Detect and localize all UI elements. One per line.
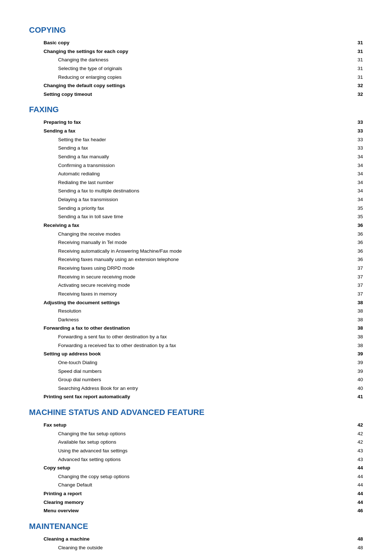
toc-entry: Available fax setup options42 — [29, 438, 363, 447]
toc-dots — [138, 390, 353, 390]
toc-page: 34 — [353, 187, 363, 195]
toc-page: 44 — [353, 464, 363, 472]
toc-page: 42 — [353, 429, 363, 438]
toc-dots — [176, 347, 353, 347]
toc-dots — [127, 244, 353, 244]
toc-dots — [101, 355, 353, 355]
toc-entry: Searching Address Book for an entry40 — [29, 384, 363, 393]
toc-dots — [103, 549, 353, 549]
toc-entry: Receiving faxes in memory37 — [29, 290, 363, 298]
toc-label: Menu overview — [29, 506, 79, 515]
toc-entry: Sending a priority fax35 — [29, 204, 363, 213]
toc-dots — [101, 381, 353, 381]
toc-entry: Clearing memory44 — [29, 498, 363, 507]
toc-page: 31 — [353, 64, 363, 73]
toc-page: 33 — [353, 135, 363, 144]
toc-entry: One-touch Dialing39 — [29, 358, 363, 367]
toc-page: 36 — [353, 230, 363, 239]
toc-entry: Group dial numbers40 — [29, 375, 363, 384]
toc-page: 40 — [353, 375, 363, 384]
toc-page: 48 — [353, 552, 363, 554]
toc-entry: Changing the darkness31 — [29, 56, 363, 64]
toc-dots — [128, 53, 353, 53]
toc-dots — [75, 132, 353, 133]
toc-page: 39 — [353, 358, 363, 367]
toc-page: 36 — [353, 247, 363, 256]
toc-dots — [90, 540, 353, 541]
section-title-maintenance: MAINTENANCE — [29, 522, 363, 531]
toc-entry: Advanced fax setting options43 — [29, 455, 363, 464]
toc-dots — [79, 321, 353, 321]
toc-entry: Using the advanced fax settings43 — [29, 447, 363, 455]
toc-page: 38 — [353, 341, 363, 350]
toc-page: 34 — [353, 161, 363, 170]
toc-label: Setting the fax header — [29, 135, 106, 144]
toc-label: Forwarding a sent fax to other destinati… — [29, 333, 167, 341]
toc-entry: Sending a fax in toll save time35 — [29, 212, 363, 221]
toc-entry: Receiving faxes using DRPD mode37 — [29, 264, 363, 273]
toc-entry: Changing the settings for each copy31 — [29, 47, 363, 56]
toc-label: Sending a fax — [29, 127, 75, 135]
toc-entry: Setting copy timeout32 — [29, 90, 363, 99]
toc-dots — [79, 227, 353, 227]
toc-entry: Basic copy31 — [29, 38, 363, 47]
toc-page: 31 — [353, 38, 363, 47]
section-title-machine-status: MACHINE STATUS AND ADVANCED FEATURE — [29, 408, 363, 417]
toc-page: 44 — [353, 472, 363, 481]
toc-label: Activating secure receiving mode — [29, 281, 130, 290]
toc-entry: Cleaning the outside48 — [29, 543, 363, 552]
toc-entry: Changing the default copy settings32 — [29, 81, 363, 90]
toc-page: 48 — [353, 543, 363, 552]
toc-label: Adjusting the document settings — [29, 298, 120, 307]
toc-entry: Darkness38 — [29, 315, 363, 324]
toc-entry: Activating secure receiving mode37 — [29, 281, 363, 290]
toc-page: 37 — [353, 273, 363, 281]
toc-label: Setting up address book — [29, 350, 101, 358]
toc-label: Group dial numbers — [29, 375, 101, 384]
toc-entry: Forwarding a fax to other destination38 — [29, 324, 363, 333]
section-title-faxing: FAXING — [29, 105, 363, 114]
toc-label: Searching Address Book for an entry — [29, 384, 138, 393]
toc-dots — [135, 278, 353, 278]
toc-page: 31 — [353, 73, 363, 82]
toc-dots — [182, 252, 353, 253]
toc-label: Using the advanced fax settings — [29, 447, 127, 455]
toc-dots — [135, 269, 353, 270]
toc-page: 38 — [353, 324, 363, 333]
toc-dots — [70, 469, 353, 469]
section-title-copying: COPYING — [29, 25, 363, 35]
toc-entry: Receiving in secure receiving mode37 — [29, 273, 363, 281]
toc-dots — [92, 486, 353, 486]
toc-page: 37 — [353, 264, 363, 273]
toc-page: 36 — [353, 238, 363, 247]
toc-entry: Forwarding a received fax to other desti… — [29, 341, 363, 350]
toc-entry: Selecting the type of originals31 — [29, 64, 363, 73]
toc-label: Setting copy timeout — [29, 90, 92, 99]
toc-dots — [126, 435, 353, 435]
toc-entry: Printing sent fax report automatically41 — [29, 392, 363, 401]
toc-dots — [109, 61, 353, 61]
toc-entry: Copy setup44 — [29, 464, 363, 472]
toc-page: 46 — [353, 506, 363, 515]
toc-entry: Sending a fax33 — [29, 144, 363, 152]
toc-entry: Changing the copy setup options44 — [29, 472, 363, 481]
toc-dots — [123, 218, 353, 218]
toc-label: Receiving a fax — [29, 221, 79, 230]
toc-label: Sending a fax in toll save time — [29, 212, 123, 221]
toc-page: 38 — [353, 298, 363, 307]
toc-label: Preparing to fax — [29, 118, 81, 127]
toc-page: 35 — [353, 212, 363, 221]
toc-entry: Setting the fax header33 — [29, 135, 363, 144]
toc-label: Forwarding a received fax to other desti… — [29, 341, 176, 350]
toc-page: 36 — [353, 221, 363, 230]
toc-label: Printing a report — [29, 489, 82, 498]
toc-page: 44 — [353, 481, 363, 489]
toc-page: 34 — [353, 178, 363, 187]
toc-dots — [179, 261, 353, 261]
toc-entry: Cleaning a machine48 — [29, 535, 363, 543]
toc-dots — [118, 201, 353, 201]
toc-dots — [69, 44, 353, 44]
toc-page: 33 — [353, 118, 363, 127]
toc-label: Sending a priority fax — [29, 204, 104, 213]
toc-page: 34 — [353, 195, 363, 204]
